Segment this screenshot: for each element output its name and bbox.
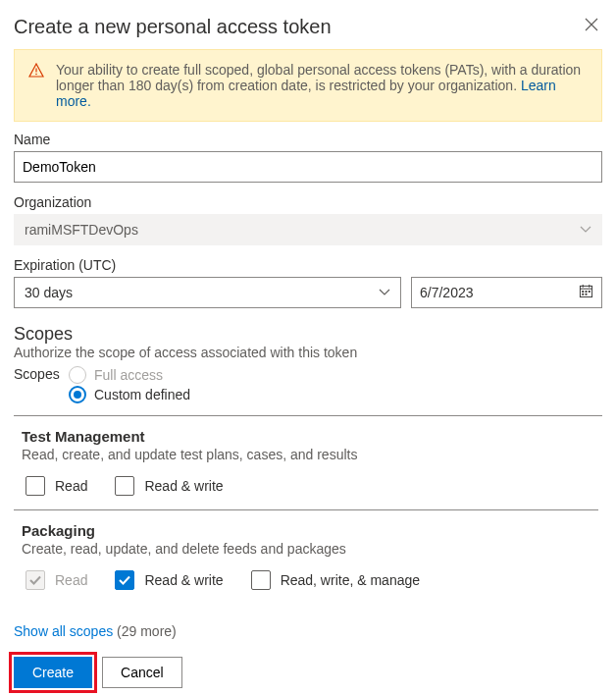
scope-name: Test Management	[22, 428, 590, 445]
permission-label: Read	[55, 572, 87, 588]
expiration-date-picker[interactable]: 6/7/2023	[411, 277, 602, 308]
scopes-scroll-area[interactable]: Test ManagementRead, create, and update …	[14, 415, 602, 610]
svg-point-1	[35, 74, 37, 76]
scope-name: Packaging	[22, 522, 590, 539]
permission-label: Read & write	[144, 478, 223, 494]
svg-rect-6	[582, 291, 584, 293]
close-button[interactable]	[581, 14, 602, 39]
scope-block: PackagingCreate, read, update, and delet…	[14, 509, 598, 604]
scopes-title: Scopes	[14, 324, 602, 345]
dialog-title: Create a new personal access token	[14, 16, 332, 38]
show-all-scopes-link[interactable]: Show all scopes	[14, 623, 113, 639]
custom-defined-label: Custom defined	[94, 387, 190, 402]
expiration-duration-value: 30 days	[25, 285, 73, 300]
org-value: ramiMSFTDevOps	[25, 222, 138, 238]
warning-banner: Your ability to create full scoped, glob…	[14, 49, 602, 122]
cancel-button[interactable]: Cancel	[102, 657, 182, 688]
permission-checkbox[interactable]: Read & write	[115, 476, 223, 496]
checkbox-icon	[26, 476, 45, 496]
radio-icon	[69, 386, 86, 403]
calendar-icon	[579, 284, 593, 301]
org-select[interactable]: ramiMSFTDevOps	[14, 214, 602, 245]
permission-label: Read & write	[144, 572, 223, 588]
custom-defined-radio[interactable]: Custom defined	[69, 386, 602, 403]
scopes-subtitle: Authorize the scope of access associated…	[14, 345, 602, 360]
svg-rect-8	[589, 291, 590, 293]
warning-icon	[28, 63, 44, 109]
full-access-label: Full access	[94, 367, 163, 383]
radio-icon	[69, 366, 86, 384]
svg-rect-10	[586, 294, 588, 295]
permission-label: Read, write, & manage	[281, 572, 420, 588]
chevron-down-icon	[379, 286, 390, 299]
chevron-down-icon	[580, 223, 591, 237]
svg-rect-7	[586, 291, 588, 293]
checkbox-icon	[26, 570, 45, 590]
expiration-label: Expiration (UTC)	[14, 257, 602, 273]
scope-desc: Create, read, update, and delete feeds a…	[22, 541, 590, 557]
expiration-date-value: 6/7/2023	[420, 285, 474, 300]
close-icon	[585, 18, 598, 31]
name-label: Name	[14, 132, 602, 147]
banner-text: Your ability to create full scoped, glob…	[56, 62, 581, 93]
permission-checkbox: Read	[26, 570, 87, 590]
permission-label: Read	[55, 478, 87, 494]
checkbox-icon	[115, 570, 134, 590]
scopes-radio-label: Scopes	[14, 366, 60, 382]
checkbox-icon	[115, 476, 134, 496]
scope-block: Test ManagementRead, create, and update …	[14, 416, 598, 509]
permission-checkbox[interactable]: Read	[26, 476, 87, 496]
expiration-duration-select[interactable]: 30 days	[14, 277, 401, 308]
name-input[interactable]	[14, 151, 602, 183]
full-access-radio: Full access	[69, 366, 602, 384]
org-label: Organization	[14, 194, 602, 210]
svg-rect-9	[582, 294, 584, 295]
scope-desc: Read, create, and update test plans, cas…	[22, 447, 590, 462]
create-button[interactable]: Create	[14, 657, 92, 688]
permission-checkbox[interactable]: Read & write	[115, 570, 223, 590]
checkbox-icon	[251, 570, 271, 590]
permission-checkbox[interactable]: Read, write, & manage	[251, 570, 420, 590]
show-all-count: (29 more)	[117, 623, 177, 639]
